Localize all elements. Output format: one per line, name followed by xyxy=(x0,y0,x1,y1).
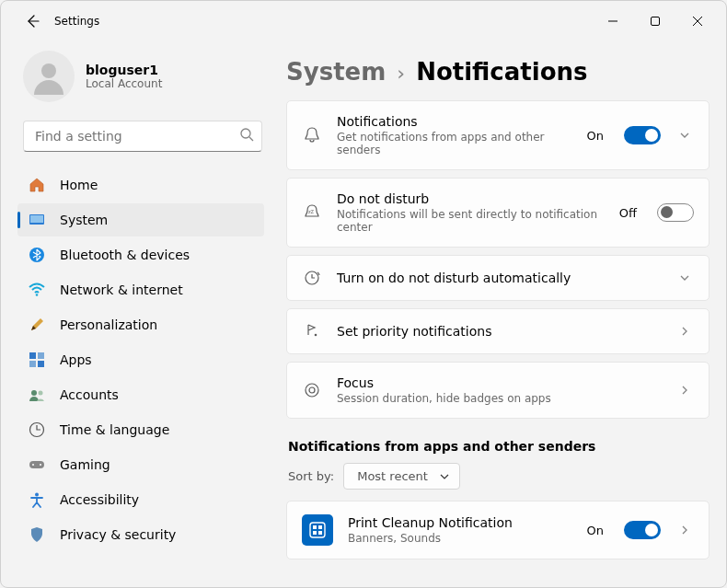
setting-notifications[interactable]: Notifications Get notifications from app… xyxy=(287,101,709,169)
svg-point-18 xyxy=(40,464,41,466)
sidebar-item-accessibility[interactable]: Accessibility xyxy=(17,483,264,516)
chevron-down-icon xyxy=(439,471,450,482)
sidebar-item-label: System xyxy=(60,213,108,227)
svg-rect-28 xyxy=(313,531,317,535)
sidebar-item-accounts[interactable]: Accounts xyxy=(17,378,264,411)
sidebar-item-network[interactable]: Network & internet xyxy=(17,273,264,306)
sort-select[interactable]: Most recent xyxy=(343,463,460,490)
back-button[interactable] xyxy=(17,6,47,36)
setting-title: Focus xyxy=(337,375,661,390)
sidebar-item-bluetooth[interactable]: Bluetooth & devices xyxy=(17,238,264,271)
sidebar-item-time-language[interactable]: Time & language xyxy=(17,413,264,446)
sort-label: Sort by: xyxy=(288,469,334,483)
svg-point-17 xyxy=(32,464,34,466)
svg-point-23 xyxy=(306,384,318,397)
clock-icon xyxy=(302,269,322,287)
svg-point-2 xyxy=(41,63,56,78)
maximize-button[interactable] xyxy=(634,6,676,36)
svg-point-13 xyxy=(31,390,37,396)
focus-icon xyxy=(302,381,322,399)
dnd-icon: zZ xyxy=(302,203,322,222)
minimize-button[interactable] xyxy=(592,6,634,36)
setting-subtitle: Session duration, hide badges on apps xyxy=(337,392,661,405)
svg-point-8 xyxy=(36,294,39,296)
sidebar-item-home[interactable]: Home xyxy=(17,168,264,202)
svg-point-22 xyxy=(315,334,317,337)
setting-dnd[interactable]: zZ Do not disturb Notifications will be … xyxy=(287,179,709,247)
sidebar-item-privacy[interactable]: Privacy & security xyxy=(17,518,264,551)
setting-title: Set priority notifications xyxy=(337,324,661,339)
svg-rect-6 xyxy=(30,215,43,223)
user-name: bloguser1 xyxy=(86,63,162,77)
svg-point-14 xyxy=(39,391,43,396)
sidebar-item-personalization[interactable]: Personalization xyxy=(17,308,264,341)
svg-rect-27 xyxy=(318,525,322,529)
setting-subtitle: Notifications will be sent directly to n… xyxy=(337,208,605,234)
priority-icon xyxy=(302,322,322,340)
app-toggle[interactable] xyxy=(624,521,661,539)
avatar xyxy=(23,51,75,102)
setting-focus[interactable]: Focus Session duration, hide badges on a… xyxy=(287,363,709,418)
svg-point-19 xyxy=(35,493,39,497)
user-block[interactable]: bloguser1 Local Account xyxy=(17,45,268,117)
svg-text:zZ: zZ xyxy=(308,209,315,214)
search-icon xyxy=(239,127,254,145)
svg-rect-1 xyxy=(652,17,660,26)
breadcrumb-separator: › xyxy=(397,62,405,85)
clock-globe-icon xyxy=(29,421,45,438)
setting-subtitle: Get notifications from apps and other se… xyxy=(337,131,572,156)
shield-icon xyxy=(29,526,45,543)
chevron-down-icon[interactable] xyxy=(675,271,694,284)
search-input[interactable] xyxy=(35,129,239,144)
svg-rect-29 xyxy=(318,531,322,535)
chevron-down-icon[interactable] xyxy=(675,129,694,142)
chevron-right-icon[interactable] xyxy=(675,384,694,397)
search-box[interactable] xyxy=(23,121,262,152)
sidebar-item-label: Gaming xyxy=(60,457,110,472)
close-button[interactable] xyxy=(676,6,719,36)
gaming-icon xyxy=(29,456,45,473)
svg-line-4 xyxy=(249,137,253,141)
wifi-icon xyxy=(29,282,45,298)
chevron-right-icon[interactable] xyxy=(675,524,694,536)
sidebar-item-gaming[interactable]: Gaming xyxy=(17,448,264,481)
svg-rect-16 xyxy=(29,461,44,468)
sidebar-item-label: Personalization xyxy=(60,317,157,332)
svg-rect-10 xyxy=(38,352,44,359)
setting-priority[interactable]: Set priority notifications xyxy=(287,309,709,353)
toggle-state-label: On xyxy=(587,524,604,537)
sidebar-item-label: Apps xyxy=(60,352,92,367)
bell-icon xyxy=(302,126,322,144)
sidebar-item-system[interactable]: System xyxy=(17,203,264,236)
app-notification-row[interactable]: Print Cleanup Notification Banners, Soun… xyxy=(287,502,709,559)
sidebar-item-label: Home xyxy=(60,178,98,192)
user-subtitle: Local Account xyxy=(86,77,162,90)
breadcrumb-parent[interactable]: System xyxy=(286,58,386,86)
svg-point-24 xyxy=(309,387,315,393)
page-title: Notifications xyxy=(416,58,587,86)
svg-rect-11 xyxy=(29,361,36,367)
setting-title: Notifications xyxy=(337,114,572,129)
app-title: Print Cleanup Notification xyxy=(348,515,572,530)
bluetooth-icon xyxy=(29,247,45,263)
notifications-toggle[interactable] xyxy=(624,126,661,144)
sidebar-item-apps[interactable]: Apps xyxy=(17,343,264,376)
setting-dnd-auto[interactable]: Turn on do not disturb automatically xyxy=(287,256,709,300)
chevron-right-icon[interactable] xyxy=(675,325,694,338)
sidebar-item-label: Accessibility xyxy=(60,492,139,507)
system-icon xyxy=(29,212,45,228)
app-icon xyxy=(302,514,333,546)
sort-value: Most recent xyxy=(357,469,428,483)
apps-icon xyxy=(29,352,45,368)
sidebar-item-label: Accounts xyxy=(60,387,119,402)
toggle-state-label: On xyxy=(587,129,604,143)
toggle-state-label: Off xyxy=(619,206,637,220)
app-title: Settings xyxy=(54,15,99,28)
sidebar-item-label: Time & language xyxy=(60,422,169,437)
section-heading: Notifications from apps and other sender… xyxy=(288,439,708,454)
setting-title: Do not disturb xyxy=(337,191,605,206)
accounts-icon xyxy=(29,386,45,403)
svg-point-3 xyxy=(241,129,250,138)
dnd-toggle[interactable] xyxy=(657,203,694,222)
svg-rect-26 xyxy=(313,525,317,529)
